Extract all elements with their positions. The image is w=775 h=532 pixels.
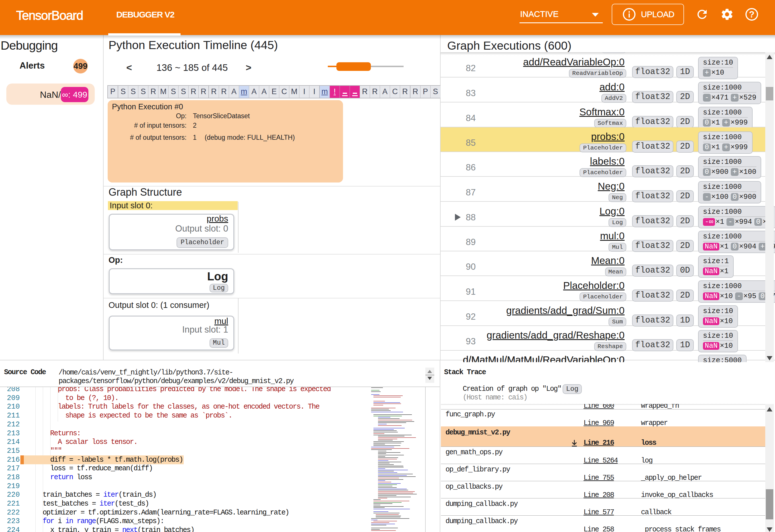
svg-text:?: ? (749, 9, 755, 20)
